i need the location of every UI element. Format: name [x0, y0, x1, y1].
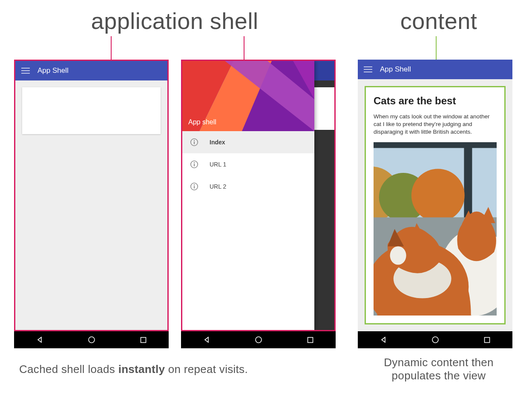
- phone-shell-drawer: App shell Index URL 1: [181, 60, 336, 348]
- phone-content-loaded: App Shell Cats are the best When my cats…: [358, 60, 512, 348]
- info-icon: [190, 182, 198, 191]
- drawer-stage: App shell Index URL 1: [182, 61, 334, 330]
- svg-rect-20: [374, 142, 497, 148]
- underlying-card: [314, 87, 334, 130]
- content-body: When my cats look out the window at anot…: [374, 113, 497, 136]
- caption-right: Dynamic content then populates the view: [358, 356, 520, 382]
- appbar-title: App Shell: [380, 65, 411, 74]
- nav-home-icon[interactable]: [88, 336, 95, 344]
- nav-home-icon[interactable]: [431, 336, 439, 344]
- caption-left-pre: Cached shell loads: [19, 363, 118, 376]
- svg-rect-9: [194, 142, 195, 144]
- info-icon: [190, 160, 198, 169]
- app-bar: App Shell: [358, 60, 512, 79]
- content-title: Cats are the best: [374, 95, 497, 107]
- drawer-item-label: URL 2: [210, 183, 226, 190]
- info-icon: [190, 138, 198, 146]
- svg-rect-17: [308, 337, 313, 342]
- android-nav-bar: [14, 331, 169, 348]
- drawer-item-index[interactable]: Index: [182, 131, 314, 153]
- connector-line: [111, 36, 112, 60]
- phone-shell-empty: App Shell: [14, 60, 169, 348]
- caption-right-line2: populates the view: [392, 369, 486, 382]
- svg-point-16: [256, 337, 262, 343]
- svg-rect-15: [194, 186, 195, 189]
- phone-body: App Shell Cats are the best When my cats…: [358, 60, 512, 331]
- svg-point-8: [194, 140, 195, 141]
- nav-drawer: App shell Index URL 1: [182, 61, 314, 330]
- drawer-header: App shell: [182, 61, 314, 131]
- nav-back-icon[interactable]: [36, 336, 43, 343]
- svg-rect-34: [484, 337, 489, 342]
- content-card: Cats are the best When my cats look out …: [365, 86, 506, 324]
- caption-left: Cached shell loads instantly on repeat v…: [19, 363, 334, 376]
- heading-application-shell: application shell: [60, 8, 290, 34]
- drawer-item-label: URL 1: [210, 161, 226, 168]
- svg-rect-12: [194, 164, 195, 166]
- svg-point-11: [194, 162, 195, 163]
- drawer-header-label: App shell: [188, 118, 216, 126]
- svg-point-0: [89, 337, 95, 343]
- svg-point-33: [432, 337, 438, 343]
- drawer-item-label: Index: [210, 139, 225, 146]
- empty-content-card: [22, 87, 161, 134]
- connector-line: [244, 36, 244, 60]
- drawer-item-url1[interactable]: URL 1: [182, 153, 314, 175]
- hamburger-icon[interactable]: [364, 66, 372, 72]
- phone-body: App Shell: [14, 60, 169, 331]
- appbar-title: App Shell: [37, 66, 69, 75]
- drawer-item-url2[interactable]: URL 2: [182, 175, 314, 198]
- nav-recent-icon[interactable]: [140, 337, 147, 343]
- android-nav-bar: [358, 331, 512, 348]
- caption-right-line1: Dynamic content then: [384, 356, 493, 369]
- phone-body: App shell Index URL 1: [181, 60, 336, 331]
- svg-point-14: [194, 184, 195, 185]
- caption-left-strong: instantly: [118, 363, 165, 376]
- svg-point-32: [390, 246, 406, 264]
- svg-rect-1: [141, 337, 146, 342]
- android-nav-bar: [181, 331, 336, 348]
- content-image: [374, 142, 497, 316]
- nav-back-icon[interactable]: [203, 336, 210, 343]
- nav-recent-icon[interactable]: [307, 337, 313, 343]
- app-bar: App Shell: [15, 61, 167, 80]
- svg-point-23: [411, 169, 465, 222]
- caption-left-post: on repeat visits.: [165, 363, 248, 376]
- nav-home-icon[interactable]: [255, 336, 262, 344]
- hamburger-icon[interactable]: [21, 68, 30, 74]
- nav-recent-icon[interactable]: [484, 337, 490, 343]
- nav-back-icon[interactable]: [380, 336, 387, 343]
- underlying-appbar: [314, 61, 334, 80]
- heading-content: content: [375, 8, 503, 34]
